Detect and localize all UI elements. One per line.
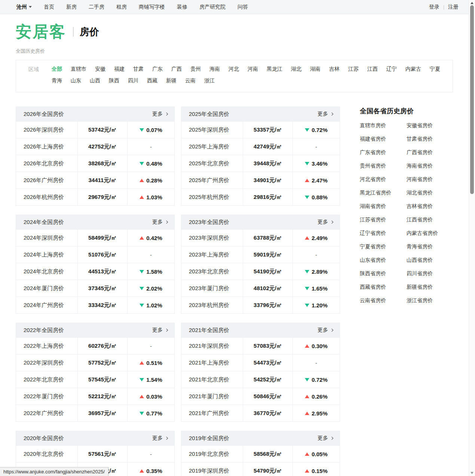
scrollbar-thumb[interactable] bbox=[470, 5, 474, 194]
row-city-link[interactable]: 2022年北京房价 bbox=[16, 371, 78, 388]
city-selector[interactable]: 沧州 bbox=[16, 4, 32, 10]
more-link[interactable]: 更多 bbox=[318, 111, 333, 117]
row-city-link[interactable]: 2022年厦门房价 bbox=[16, 388, 78, 405]
more-link[interactable]: 更多 bbox=[152, 327, 168, 334]
row-city-link[interactable]: 2026年杭州房价 bbox=[16, 189, 78, 205]
side-link[interactable]: 青海省房价 bbox=[407, 243, 453, 250]
side-link[interactable]: 黑龙江省房价 bbox=[360, 190, 407, 196]
region-link[interactable]: 河南 bbox=[248, 66, 258, 73]
nav-item-0[interactable]: 首页 bbox=[44, 4, 54, 10]
side-link[interactable]: 陕西省房价 bbox=[360, 270, 407, 277]
row-city-link[interactable]: 2021年上海房价 bbox=[181, 354, 243, 371]
region-link[interactable]: 广西 bbox=[171, 66, 182, 73]
nav-item-3[interactable]: 租房 bbox=[116, 4, 127, 10]
more-link[interactable]: 更多 bbox=[152, 111, 168, 117]
side-link[interactable]: 广东省房价 bbox=[360, 149, 407, 156]
side-link[interactable]: 海南省房价 bbox=[407, 163, 453, 169]
row-city-link[interactable]: 2021年广州房价 bbox=[181, 405, 243, 421]
row-city-link[interactable]: 2024年广州房价 bbox=[16, 297, 78, 313]
region-link[interactable]: 山东 bbox=[71, 77, 81, 84]
row-city-link[interactable]: 2025年上海房价 bbox=[181, 138, 243, 155]
side-link[interactable]: 河北省房价 bbox=[360, 176, 407, 183]
side-link[interactable]: 湖南省房价 bbox=[360, 203, 407, 210]
login-link[interactable]: 登录 bbox=[429, 4, 439, 10]
region-link[interactable]: 西藏 bbox=[147, 77, 157, 84]
side-link[interactable]: 云南省房价 bbox=[360, 297, 407, 304]
more-link[interactable]: 更多 bbox=[318, 327, 333, 334]
side-link[interactable]: 河南省房价 bbox=[407, 176, 453, 183]
region-link[interactable]: 河北 bbox=[229, 66, 239, 73]
side-link[interactable]: 吉林省房价 bbox=[407, 203, 453, 210]
register-link[interactable]: 注册 bbox=[448, 4, 459, 10]
scrollbar-down-icon[interactable] bbox=[471, 472, 474, 474]
side-link[interactable]: 浙江省房价 bbox=[407, 297, 453, 304]
row-city-link[interactable]: 2026年广州房价 bbox=[16, 172, 78, 188]
side-link[interactable]: 福建省房价 bbox=[360, 136, 407, 142]
row-city-link[interactable]: 2026年深圳房价 bbox=[16, 122, 78, 138]
more-link[interactable]: 更多 bbox=[318, 219, 333, 225]
region-link[interactable]: 青海 bbox=[52, 77, 62, 84]
side-link[interactable]: 西藏省房价 bbox=[360, 284, 407, 291]
side-link[interactable]: 新疆省房价 bbox=[407, 284, 453, 291]
row-city-link[interactable]: 2021年北京房价 bbox=[181, 371, 243, 388]
region-link[interactable]: 全部 bbox=[52, 66, 62, 73]
scrollbar-up-icon[interactable] bbox=[471, 2, 474, 4]
region-link[interactable]: 吉林 bbox=[329, 66, 340, 73]
more-link[interactable]: 更多 bbox=[152, 435, 168, 442]
region-link[interactable]: 四川 bbox=[128, 77, 138, 84]
side-link[interactable]: 山东省房价 bbox=[360, 257, 407, 264]
region-link[interactable]: 黑龙江 bbox=[267, 66, 282, 73]
nav-item-2[interactable]: 二手房 bbox=[89, 4, 104, 10]
row-city-link[interactable]: 2023年深圳房价 bbox=[181, 230, 243, 246]
row-city-link[interactable]: 2025年广州房价 bbox=[181, 172, 243, 188]
side-link[interactable]: 甘肃省房价 bbox=[407, 136, 453, 142]
nav-item-4[interactable]: 商铺写字楼 bbox=[139, 4, 165, 10]
row-city-link[interactable]: 2024年上海房价 bbox=[16, 246, 78, 263]
region-link[interactable]: 江西 bbox=[367, 66, 378, 73]
row-city-link[interactable]: 2025年杭州房价 bbox=[181, 189, 243, 205]
region-link[interactable]: 浙江 bbox=[204, 77, 215, 84]
region-link[interactable]: 广东 bbox=[152, 66, 163, 73]
side-link[interactable]: 广西省房价 bbox=[407, 149, 453, 156]
row-city-link[interactable]: 2024年厦门房价 bbox=[16, 280, 78, 297]
row-city-link[interactable]: 2026年上海房价 bbox=[16, 138, 78, 155]
row-city-link[interactable]: 2022年深圳房价 bbox=[16, 354, 78, 371]
row-city-link[interactable]: 2023年北京房价 bbox=[181, 263, 243, 280]
side-link[interactable]: 宁夏省房价 bbox=[360, 243, 407, 250]
scrollbar-track[interactable] bbox=[469, 0, 475, 476]
nav-item-7[interactable]: 问答 bbox=[238, 4, 248, 10]
row-city-link[interactable]: 2021年厦门房价 bbox=[181, 388, 243, 405]
row-city-link[interactable]: 2022年广州房价 bbox=[16, 405, 78, 421]
region-link[interactable]: 福建 bbox=[114, 66, 125, 73]
row-city-link[interactable]: 2019年北京房价 bbox=[181, 446, 243, 462]
region-link[interactable]: 新疆 bbox=[166, 77, 177, 84]
nav-item-6[interactable]: 房产研究院 bbox=[199, 4, 226, 10]
row-city-link[interactable]: 2021年深圳房价 bbox=[181, 338, 243, 354]
side-link[interactable]: 安徽省房价 bbox=[407, 122, 453, 129]
side-link[interactable]: 四川省房价 bbox=[407, 270, 453, 277]
region-link[interactable]: 湖南 bbox=[310, 66, 321, 73]
nav-item-1[interactable]: 新房 bbox=[66, 4, 77, 10]
row-city-link[interactable]: 2022年上海房价 bbox=[16, 338, 78, 354]
region-link[interactable]: 贵州 bbox=[190, 66, 201, 73]
region-link[interactable]: 云南 bbox=[185, 77, 196, 84]
side-link[interactable]: 贵州省房价 bbox=[360, 163, 407, 169]
row-city-link[interactable]: 2024年北京房价 bbox=[16, 263, 78, 280]
side-link[interactable]: 江苏省房价 bbox=[360, 216, 407, 223]
row-city-link[interactable]: 2023年杭州房价 bbox=[181, 297, 243, 313]
region-link[interactable]: 直辖市 bbox=[71, 66, 86, 73]
row-city-link[interactable]: 2025年深圳房价 bbox=[181, 122, 243, 138]
row-city-link[interactable]: 2023年厦门房价 bbox=[181, 280, 243, 297]
region-link[interactable]: 湖北 bbox=[291, 66, 301, 73]
region-link[interactable]: 山西 bbox=[90, 77, 100, 84]
row-city-link[interactable]: 2019年深圳房价 bbox=[181, 463, 243, 476]
side-link[interactable]: 山西省房价 bbox=[407, 257, 453, 264]
row-city-link[interactable]: 2026年北京房价 bbox=[16, 155, 78, 172]
region-link[interactable]: 海南 bbox=[209, 66, 220, 73]
region-link[interactable]: 安徽 bbox=[95, 66, 105, 73]
side-link[interactable]: 内蒙古省房价 bbox=[407, 230, 453, 237]
side-link[interactable]: 湖北省房价 bbox=[407, 190, 453, 196]
more-link[interactable]: 更多 bbox=[152, 219, 168, 225]
region-link[interactable]: 陕西 bbox=[109, 77, 119, 84]
side-link[interactable]: 江西省房价 bbox=[407, 216, 453, 223]
